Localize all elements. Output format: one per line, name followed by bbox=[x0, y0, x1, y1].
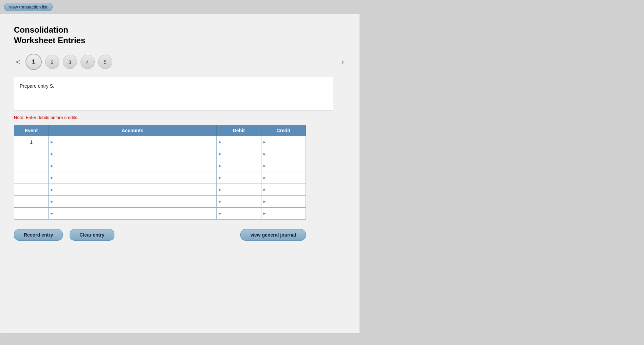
table-row-debit-3[interactable]: ► bbox=[217, 172, 261, 184]
entry-description-box: Prepare entry S. bbox=[14, 77, 333, 111]
credit-dropdown-arrow-1[interactable]: ► bbox=[263, 152, 267, 156]
pagination-page-5[interactable]: 5 bbox=[98, 55, 112, 69]
pagination-page-3[interactable]: 3 bbox=[63, 55, 77, 69]
table-row-debit-4[interactable]: ► bbox=[217, 184, 261, 196]
pagination-page-2[interactable]: 2 bbox=[45, 55, 59, 69]
table-row-debit-6[interactable]: ► bbox=[217, 208, 261, 220]
pagination-page-1[interactable]: 1 bbox=[25, 54, 42, 70]
debit-input-6[interactable] bbox=[223, 208, 261, 219]
credit-input-1[interactable] bbox=[268, 148, 306, 160]
account-dropdown-arrow-1[interactable]: ► bbox=[50, 152, 54, 156]
table-row-account-4[interactable]: ► bbox=[49, 184, 217, 196]
debit-dropdown-arrow-6[interactable]: ► bbox=[218, 211, 222, 216]
table-row-account-0[interactable]: ► bbox=[49, 136, 217, 148]
record-entry-button[interactable]: Record entry bbox=[14, 229, 63, 241]
table-row-event-5 bbox=[14, 196, 49, 208]
debit-input-3[interactable] bbox=[223, 172, 261, 184]
account-dropdown-arrow-2[interactable]: ► bbox=[50, 163, 54, 168]
account-input-3[interactable] bbox=[55, 172, 216, 184]
table-row-event-4 bbox=[14, 184, 49, 196]
debit-dropdown-arrow-5[interactable]: ► bbox=[218, 199, 222, 204]
credit-dropdown-arrow-4[interactable]: ► bbox=[263, 187, 267, 192]
debit-input-2[interactable] bbox=[223, 160, 261, 172]
debit-dropdown-arrow-1[interactable]: ► bbox=[218, 152, 222, 156]
table-row-account-1[interactable]: ► bbox=[49, 148, 217, 160]
account-input-2[interactable] bbox=[55, 160, 216, 172]
debit-input-5[interactable] bbox=[223, 196, 261, 207]
view-transaction-list-button[interactable]: view transaction list bbox=[4, 3, 53, 11]
table-row-credit-4[interactable]: ► bbox=[261, 184, 306, 196]
table-row-debit-2[interactable]: ► bbox=[217, 160, 261, 172]
account-input-5[interactable] bbox=[55, 196, 216, 207]
credit-dropdown-arrow-5[interactable]: ► bbox=[263, 199, 267, 204]
pagination-next-button[interactable]: › bbox=[339, 57, 346, 66]
debit-dropdown-arrow-2[interactable]: ► bbox=[218, 163, 222, 168]
table-row-credit-1[interactable]: ► bbox=[261, 148, 306, 160]
table-row-event-6 bbox=[14, 208, 49, 220]
table-row-credit-3[interactable]: ► bbox=[261, 172, 306, 184]
table-row-credit-2[interactable]: ► bbox=[261, 160, 306, 172]
debit-input-4[interactable] bbox=[223, 184, 261, 195]
table-row-event-2 bbox=[14, 160, 49, 172]
header-event: Event bbox=[14, 125, 49, 136]
credit-dropdown-arrow-6[interactable]: ► bbox=[263, 211, 267, 216]
clear-entry-button[interactable]: Clear entry bbox=[70, 229, 114, 241]
table-row-account-6[interactable]: ► bbox=[49, 208, 217, 220]
credit-input-6[interactable] bbox=[268, 208, 306, 219]
table-row-credit-5[interactable]: ► bbox=[261, 196, 306, 208]
header-debit: Debit bbox=[217, 125, 261, 136]
credit-input-4[interactable] bbox=[268, 184, 306, 195]
table-row-account-3[interactable]: ► bbox=[49, 172, 217, 184]
pagination-area: < 1 2 3 4 5 › bbox=[14, 54, 346, 70]
table-row-debit-5[interactable]: ► bbox=[217, 196, 261, 208]
credit-input-0[interactable] bbox=[268, 136, 306, 148]
main-container: ConsolidationWorksheet Entries < 1 2 3 4… bbox=[0, 14, 360, 333]
table-row-credit-0[interactable]: ► bbox=[261, 136, 306, 148]
account-dropdown-arrow-0[interactable]: ► bbox=[50, 140, 54, 144]
entry-description-text: Prepare entry S. bbox=[20, 83, 54, 89]
table-row-event-1 bbox=[14, 148, 49, 160]
table-row-debit-1[interactable]: ► bbox=[217, 148, 261, 160]
account-dropdown-arrow-5[interactable]: ► bbox=[50, 199, 54, 204]
table-row-event-3 bbox=[14, 172, 49, 184]
note-text: Note: Enter debits before credits. bbox=[14, 115, 346, 120]
pagination-prev-button[interactable]: < bbox=[14, 58, 22, 66]
table-row-account-5[interactable]: ► bbox=[49, 196, 217, 208]
account-dropdown-arrow-4[interactable]: ► bbox=[50, 187, 54, 192]
view-general-journal-button[interactable]: view general journal bbox=[240, 229, 306, 241]
credit-input-2[interactable] bbox=[268, 160, 306, 172]
page-title: ConsolidationWorksheet Entries bbox=[14, 24, 346, 46]
credit-dropdown-arrow-0[interactable]: ► bbox=[263, 140, 267, 144]
debit-input-1[interactable] bbox=[223, 148, 261, 160]
account-input-0[interactable] bbox=[55, 136, 216, 148]
entry-table: Event Accounts Debit Credit 1►►►►►►►►►►►… bbox=[14, 125, 306, 220]
header-credit: Credit bbox=[261, 125, 306, 136]
debit-dropdown-arrow-4[interactable]: ► bbox=[218, 187, 222, 192]
header-accounts: Accounts bbox=[49, 125, 217, 136]
credit-input-5[interactable] bbox=[268, 196, 306, 207]
pagination-page-4[interactable]: 4 bbox=[80, 55, 95, 69]
credit-input-3[interactable] bbox=[268, 172, 306, 184]
debit-input-0[interactable] bbox=[223, 136, 261, 148]
buttons-row: Record entry Clear entry view general jo… bbox=[14, 229, 306, 241]
table-row-event-0: 1 bbox=[14, 136, 49, 148]
account-dropdown-arrow-3[interactable]: ► bbox=[50, 175, 54, 180]
table-row-debit-0[interactable]: ► bbox=[217, 136, 261, 148]
account-input-6[interactable] bbox=[55, 208, 216, 219]
credit-dropdown-arrow-3[interactable]: ► bbox=[263, 175, 267, 180]
account-dropdown-arrow-6[interactable]: ► bbox=[50, 211, 54, 216]
account-input-1[interactable] bbox=[55, 148, 216, 160]
debit-dropdown-arrow-3[interactable]: ► bbox=[218, 175, 222, 180]
debit-dropdown-arrow-0[interactable]: ► bbox=[218, 140, 222, 144]
credit-dropdown-arrow-2[interactable]: ► bbox=[263, 163, 267, 168]
table-row-account-2[interactable]: ► bbox=[49, 160, 217, 172]
account-input-4[interactable] bbox=[55, 184, 216, 195]
table-row-credit-6[interactable]: ► bbox=[261, 208, 306, 220]
